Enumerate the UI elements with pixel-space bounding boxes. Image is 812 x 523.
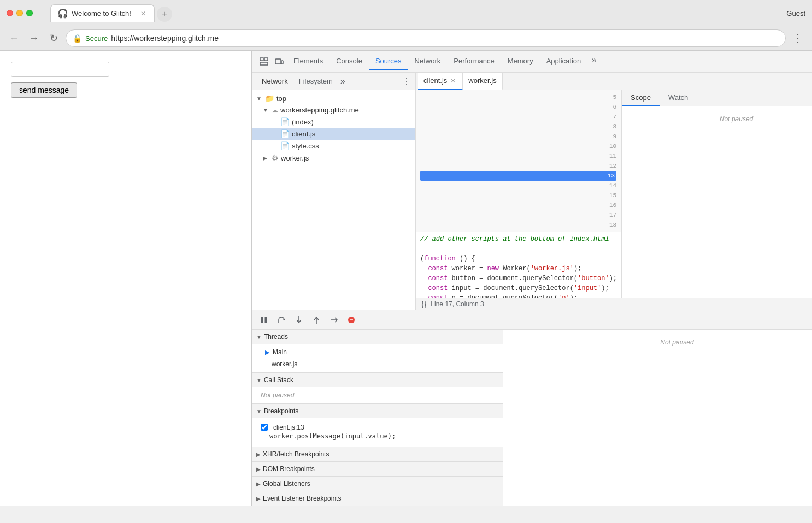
svg-rect-6: [265, 317, 267, 323]
tree-item-clientjs[interactable]: 📄 client.js: [252, 128, 415, 140]
callstack-section: ▼ Call Stack Not paused: [252, 373, 503, 404]
tree-item-domain[interactable]: ▼ ☁ workerstepping.glitch.me: [252, 104, 415, 116]
breakpoint-item[interactable]: client.js:13 worker.postMessage(input.va…: [252, 420, 503, 444]
step-out-button[interactable]: [309, 312, 324, 328]
main-content: send message Elements Console: [0, 51, 812, 506]
tab-performance[interactable]: Performance: [447, 52, 501, 70]
file-tree-tabs: Network Filesystem » ⋮: [252, 73, 415, 90]
tree-item-stylecss[interactable]: 📄 style.css: [252, 140, 415, 152]
global-label: Global Listeners: [263, 480, 310, 488]
tree-arrow-top: ▼: [256, 96, 263, 102]
scope-tab-scope[interactable]: Scope: [622, 90, 660, 106]
breakpoints-header[interactable]: ▼ Breakpoints: [252, 404, 503, 418]
maximize-button[interactable]: [26, 10, 33, 16]
dom-arrow: ▶: [256, 466, 261, 472]
sources-panel: Network Filesystem » ⋮ ▼ 📁 top ▼ ☁: [252, 73, 812, 310]
activate-breakpoints-button[interactable]: [344, 312, 359, 328]
code-tabs: client.js ✕ worker.js: [416, 73, 812, 90]
dom-breakpoints-section[interactable]: ▶ DOM Breakpoints: [252, 462, 503, 477]
tab-close-icon[interactable]: ✕: [139, 9, 148, 18]
minimize-button[interactable]: [16, 10, 23, 16]
callstack-status: Not paused: [252, 387, 503, 403]
close-button[interactable]: [7, 10, 13, 16]
back-button[interactable]: ←: [7, 31, 22, 46]
tree-item-top[interactable]: ▼ 📁 top: [252, 92, 415, 104]
browser-chrome: 🎧 Welcome to Glitch! ✕ + Guest ← → ↻ 🔒 S…: [0, 0, 812, 51]
page-content: send message: [0, 51, 251, 506]
debug-toolbar: [252, 310, 812, 330]
url-bar[interactable]: 🔒 Secure https://workerstepping.glitch.m…: [66, 29, 786, 47]
code-editor[interactable]: 5 6 7 8 9 10 11 12 13 14 15 16 1: [416, 90, 621, 298]
scope-bottom-status: Not paused: [503, 334, 812, 350]
right-bottom-panel: Not paused: [503, 330, 812, 506]
svg-rect-13: [366, 323, 367, 324]
tree-item-workerjs[interactable]: ▶ ⚙ worker.js: [252, 152, 415, 164]
format-icon[interactable]: {}: [421, 300, 426, 308]
callstack-header[interactable]: ▼ Call Stack: [252, 373, 503, 387]
step-over-button[interactable]: [274, 312, 289, 328]
tree-label-domain: workerstepping.glitch.me: [280, 106, 359, 114]
step-into-button[interactable]: [291, 312, 307, 328]
code-tab-clientjs[interactable]: client.js ✕: [418, 73, 463, 90]
devtools-topbar: Elements Console Sources Network Perform…: [252, 51, 812, 73]
traffic-lights: [7, 10, 33, 16]
tree-item-index[interactable]: 📄 (index): [252, 116, 415, 128]
tab-network[interactable]: Network: [408, 52, 448, 70]
tab-title: Welcome to Glitch!: [72, 9, 131, 17]
breakpoints-arrow: ▼: [256, 408, 262, 414]
message-input[interactable]: [11, 62, 109, 77]
svg-rect-14: [370, 323, 372, 324]
code-content[interactable]: // add other scripts at the bottom of in…: [416, 232, 621, 298]
reload-button[interactable]: ↻: [46, 31, 61, 46]
code-editor-container: client.js ✕ worker.js 5 6 7 8: [416, 73, 812, 310]
forward-button[interactable]: →: [26, 31, 42, 46]
file-icon-clientjs: 📄: [280, 129, 290, 138]
svg-rect-3: [275, 59, 281, 64]
more-tabs-button[interactable]: »: [587, 52, 601, 68]
pause-button[interactable]: [256, 312, 272, 328]
svg-rect-1: [260, 62, 268, 65]
breakpoint-checkbox[interactable]: [261, 424, 268, 431]
line-numbers: 5 6 7 8 9 10 11 12 13 14 15 16 1: [416, 90, 621, 232]
ft-more-button[interactable]: »: [340, 76, 345, 86]
device-toolbar-button[interactable]: [272, 54, 287, 69]
tab-application[interactable]: Application: [540, 52, 588, 70]
thread-worker-label: worker.js: [272, 360, 297, 368]
breakpoints-content: client.js:13 worker.postMessage(input.va…: [252, 418, 503, 447]
worker-icon: ⚙: [272, 153, 279, 162]
tree-arrow-workerjs: ▶: [263, 155, 269, 161]
global-listeners-section[interactable]: ▶ Global Listeners: [252, 477, 503, 491]
code-tab-workerjs[interactable]: worker.js: [463, 73, 502, 90]
ft-tab-filesystem[interactable]: Filesystem: [293, 75, 338, 87]
browser-menu-button[interactable]: ⋮: [790, 31, 805, 46]
threads-header[interactable]: ▼ Threads: [252, 330, 503, 344]
svg-rect-2: [264, 58, 268, 61]
tab-sources[interactable]: Sources: [369, 52, 408, 70]
breakpoints-section: ▼ Breakpoints client.js:13 worker.postMe…: [252, 404, 503, 447]
tree-label-workerjs: worker.js: [281, 154, 309, 162]
xhr-breakpoints-section[interactable]: ▶ XHR/fetch Breakpoints: [252, 447, 503, 462]
ft-menu-button[interactable]: ⋮: [402, 76, 411, 86]
tab-console[interactable]: Console: [329, 52, 369, 70]
tab-memory[interactable]: Memory: [501, 52, 540, 70]
inspect-element-button[interactable]: [256, 54, 272, 69]
svg-rect-12: [370, 316, 372, 322]
send-message-button[interactable]: send message: [11, 82, 77, 98]
thread-main[interactable]: ▶ Main: [252, 346, 503, 358]
scope-tab-watch[interactable]: Watch: [660, 90, 697, 106]
tab-elements[interactable]: Elements: [287, 52, 329, 70]
secure-lock-icon: 🔒: [73, 34, 82, 43]
ft-tab-network[interactable]: Network: [256, 75, 293, 87]
thread-worker[interactable]: worker.js: [252, 358, 503, 370]
new-tab-button[interactable]: +: [157, 7, 172, 22]
step-button[interactable]: [326, 312, 342, 328]
code-tab-clientjs-close[interactable]: ✕: [449, 77, 457, 85]
browser-tab-active[interactable]: 🎧 Welcome to Glitch! ✕: [50, 4, 155, 22]
url-text: https://workerstepping.glitch.me: [111, 34, 219, 43]
bottom-panels: ▼ Threads ▶ Main worker.js: [252, 330, 812, 506]
secure-label: Secure: [85, 34, 108, 43]
event-breakpoints-section[interactable]: ▶ Event Listener Breakpoints: [252, 491, 503, 506]
file-tree: ▼ 📁 top ▼ ☁ workerstepping.glitch.me 📄: [252, 90, 415, 310]
file-icon-stylecss: 📄: [280, 141, 290, 150]
pause-exceptions-button[interactable]: [361, 312, 376, 328]
